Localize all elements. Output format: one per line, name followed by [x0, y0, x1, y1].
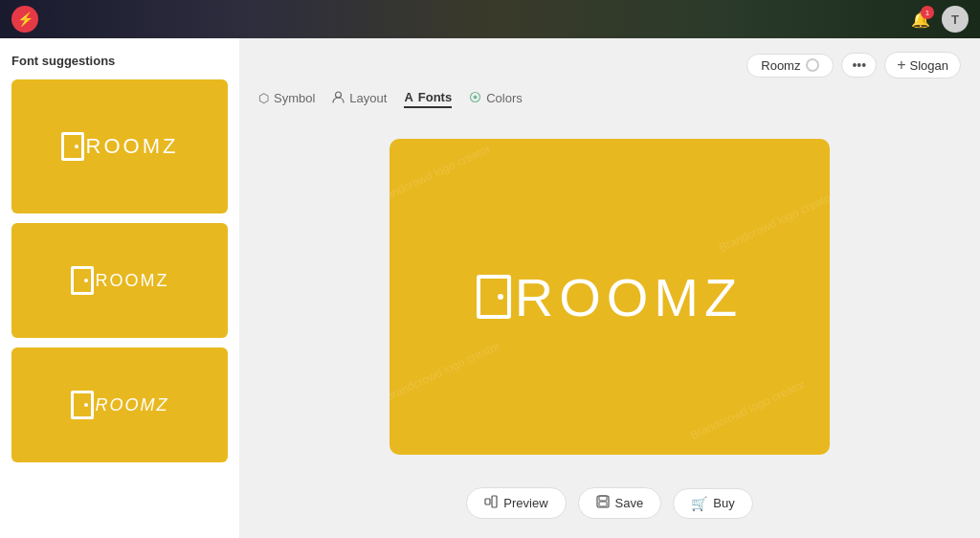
tabs-row: ⬡ Symbol Layout A Fonts: [258, 90, 961, 108]
preview-button[interactable]: Preview: [466, 487, 566, 519]
preview-icon: [484, 495, 498, 511]
preview-area: Brandcrowd logo creator Brandcrowd logo …: [258, 118, 961, 476]
save-icon: [596, 495, 610, 511]
right-panel: Roomz ••• + Slogan ⬡ Symbol: [239, 38, 980, 538]
layout-tab-label: Layout: [349, 91, 387, 105]
font-suggestion-card-3[interactable]: ROOMZ: [11, 347, 228, 462]
main-content: Font suggestions ROOMZ ROOMZ ROOMZ: [0, 38, 980, 538]
brand-name-text: Roomz: [761, 58, 800, 73]
font-card-logo-3: ROOMZ: [71, 391, 169, 419]
tab-symbol[interactable]: ⬡ Symbol: [258, 90, 315, 108]
avatar-label: T: [951, 12, 959, 27]
layout-tab-icon: [332, 91, 345, 106]
main-brand-text: ROOMZ: [515, 266, 743, 328]
name-bar: Roomz ••• + Slogan: [746, 52, 961, 78]
add-slogan-button[interactable]: + Slogan: [884, 52, 961, 78]
svg-rect-4: [492, 496, 497, 507]
navbar-right: 🔔 1 T: [907, 6, 969, 33]
symbol-tab-icon: ⬡: [258, 91, 269, 105]
watermark-icon-2: ⚙: [777, 327, 805, 358]
action-bar: Preview Save 🛒 Buy: [258, 476, 961, 525]
notification-badge: 1: [921, 6, 934, 19]
more-dots-icon: •••: [852, 57, 866, 73]
svg-point-2: [474, 95, 478, 99]
symbol-tab-label: Symbol: [274, 91, 315, 105]
svg-rect-7: [599, 502, 607, 506]
logo-preview-card: Brandcrowd logo creator Brandcrowd logo …: [390, 139, 830, 455]
watermark-1: Brandcrowd logo creator: [390, 142, 493, 207]
notification-button[interactable]: 🔔 1: [907, 6, 934, 33]
buy-label: Buy: [713, 496, 734, 510]
door-icon-2: [71, 266, 94, 295]
font-card-logo-2: ROOMZ: [71, 266, 169, 295]
tab-colors[interactable]: Colors: [469, 90, 523, 108]
svg-rect-6: [599, 496, 607, 501]
fonts-tab-icon: A: [404, 90, 412, 104]
more-options-button[interactable]: •••: [841, 53, 877, 78]
save-button[interactable]: Save: [578, 487, 662, 519]
tab-layout[interactable]: Layout: [332, 90, 387, 108]
brand-text-1: ROOMZ: [86, 134, 179, 159]
door-icon-3: [71, 391, 94, 419]
save-label: Save: [615, 496, 644, 510]
watermark-icon-1: ⚙: [423, 270, 451, 301]
watermark-2: Brandcrowd logo creator: [717, 190, 830, 255]
colors-tab-label: Colors: [486, 91, 523, 105]
buy-button[interactable]: 🛒 Buy: [673, 488, 752, 519]
font-suggestion-card-1[interactable]: ROOMZ: [11, 79, 228, 213]
plus-icon: +: [897, 56, 905, 74]
fonts-tab-label: Fonts: [418, 90, 452, 104]
sidebar-title: Font suggestions: [11, 54, 228, 68]
buy-icon: 🛒: [691, 496, 707, 511]
main-logo: ROOMZ: [477, 266, 743, 328]
brand-text-3: ROOMZ: [96, 395, 169, 415]
top-bar: Roomz ••• + Slogan: [258, 52, 961, 78]
name-pill-dot: [806, 58, 819, 72]
navbar: ⚡ 🔔 1 T: [0, 0, 980, 38]
user-avatar-button[interactable]: T: [942, 6, 969, 33]
colors-tab-icon: [469, 91, 481, 106]
font-suggestion-card-2[interactable]: ROOMZ: [11, 223, 228, 338]
sidebar: Font suggestions ROOMZ ROOMZ ROOMZ: [0, 38, 239, 538]
slogan-label: Slogan: [910, 58, 948, 73]
brand-text-2: ROOMZ: [96, 271, 169, 291]
svg-rect-3: [485, 499, 490, 504]
watermark-3: Brandcrowd logo creator: [390, 339, 502, 404]
preview-label: Preview: [503, 496, 547, 510]
lightning-icon: ⚡: [17, 11, 33, 27]
watermark-4: Brandcrowd logo creator: [688, 377, 807, 442]
main-door-icon: [477, 275, 511, 319]
font-card-logo-1: ROOMZ: [61, 132, 179, 161]
brand-name-pill: Roomz: [746, 54, 834, 78]
tab-fonts[interactable]: A Fonts: [404, 90, 452, 108]
navbar-left: ⚡: [11, 6, 38, 33]
app-logo[interactable]: ⚡: [11, 6, 38, 33]
svg-point-0: [336, 92, 342, 98]
door-icon-1: [61, 132, 84, 161]
